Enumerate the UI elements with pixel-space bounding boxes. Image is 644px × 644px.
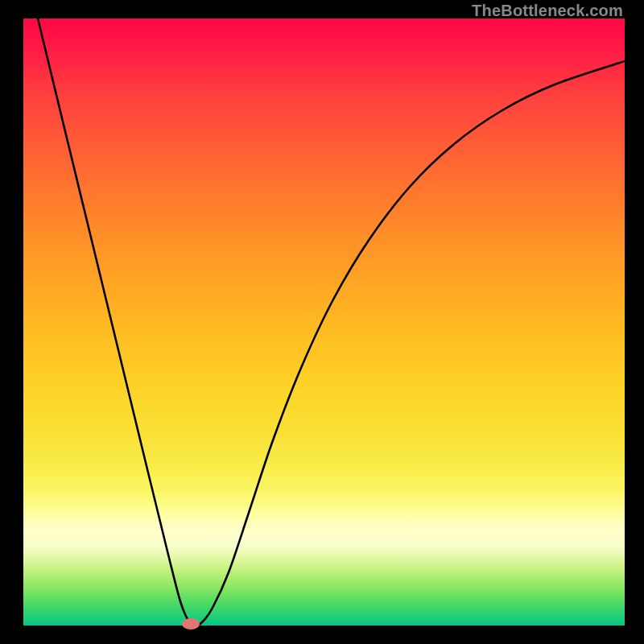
- watermark-text: TheBottleneck.com: [472, 2, 623, 20]
- optimal-point-marker: [182, 618, 200, 630]
- chart-container: TheBottleneck.com: [0, 0, 644, 644]
- plot-area: [23, 19, 625, 625]
- bottleneck-curve: [38, 19, 625, 625]
- curve-layer: [23, 19, 625, 625]
